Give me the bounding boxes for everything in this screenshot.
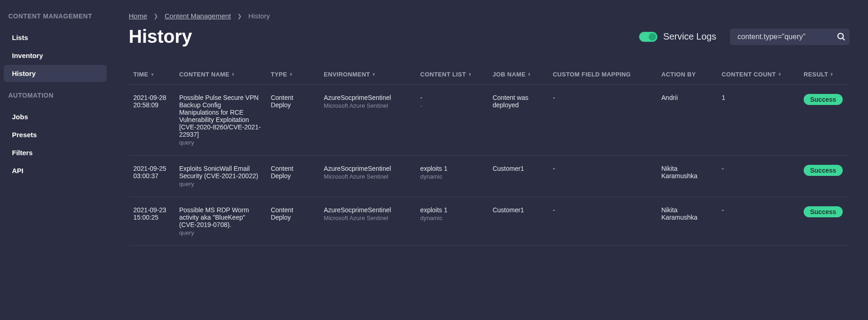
sort-icon — [779, 73, 781, 76]
col-action-by: ACTION BY — [657, 65, 717, 85]
sort-icon — [831, 73, 833, 76]
page-title: History — [129, 26, 192, 47]
sort-icon — [469, 73, 471, 76]
history-table: TIME CONTENT NAME TYPE ENVIRONMENT CONTE… — [129, 65, 850, 246]
cell-time: 2021-09-23 15:00:25 — [129, 197, 175, 246]
sidebar-section-automation: AUTOMATION — [0, 91, 110, 100]
breadcrumb-content-management[interactable]: Content Management — [165, 12, 231, 20]
status-badge: Success — [804, 206, 843, 217]
breadcrumb-current: History — [248, 12, 270, 20]
cell-job-name: Customer1 — [488, 197, 548, 246]
col-custom-field-mapping: CUSTOM FIELD MAPPING — [548, 65, 657, 85]
sort-icon — [528, 73, 530, 76]
cell-count: 1 — [717, 85, 799, 156]
sidebar-section-content-mgmt: CONTENT MANAGEMENT — [0, 12, 110, 21]
svg-line-1 — [843, 38, 845, 40]
sidebar-item-history[interactable]: History — [4, 65, 107, 82]
col-content-count[interactable]: CONTENT COUNT — [717, 65, 799, 85]
sidebar-item-api[interactable]: API — [4, 162, 107, 179]
sidebar-item-presets[interactable]: Presets — [4, 126, 107, 143]
cell-action-by: Nikita Karamushka — [657, 197, 717, 246]
cell-environment: AzureSocprimeSentinel Microsoft Azure Se… — [319, 156, 416, 197]
col-job-name[interactable]: JOB NAME — [488, 65, 548, 85]
cell-time: 2021-09-28 20:58:09 — [129, 85, 175, 156]
cell-content-name: Possible Pulse Secure VPN Backup Config … — [175, 85, 266, 156]
cell-custom: - — [548, 156, 657, 197]
cell-type: Content Deploy — [266, 156, 319, 197]
sort-icon — [290, 73, 292, 76]
table-row[interactable]: 2021-09-25 03:00:37 Exploits SonicWall E… — [129, 156, 850, 197]
cell-type: Content Deploy — [266, 85, 319, 156]
cell-job-name: Customer1 — [488, 156, 548, 197]
cell-environment: AzureSocprimeSentinel Microsoft Azure Se… — [319, 85, 416, 156]
table-row[interactable]: 2021-09-28 20:58:09 Possible Pulse Secur… — [129, 85, 850, 156]
sidebar-item-lists[interactable]: Lists — [4, 29, 107, 46]
breadcrumb-home[interactable]: Home — [129, 12, 147, 20]
status-badge: Success — [804, 94, 843, 105]
cell-action-by: Andrii — [657, 85, 717, 156]
service-logs-label: Service Logs — [663, 31, 716, 42]
main-content: Home ❯ Content Management ❯ History Hist… — [110, 0, 868, 320]
cell-job-name: Content was deployed — [488, 85, 548, 156]
sort-icon — [373, 73, 375, 76]
sidebar-item-jobs[interactable]: Jobs — [4, 108, 107, 125]
cell-custom: - — [548, 85, 657, 156]
search-input[interactable] — [737, 32, 830, 41]
cell-environment: AzureSocprimeSentinel Microsoft Azure Se… — [319, 197, 416, 246]
status-badge: Success — [804, 165, 843, 176]
cell-result: Success — [799, 156, 850, 197]
cell-content-name: Possible MS RDP Worm activity aka "BlueK… — [175, 197, 266, 246]
sidebar-item-filters[interactable]: Filters — [4, 144, 107, 161]
cell-type: Content Deploy — [266, 197, 319, 246]
search-icon[interactable] — [837, 32, 846, 41]
chevron-right-icon: ❯ — [154, 13, 158, 19]
col-content-name[interactable]: CONTENT NAME — [175, 65, 266, 85]
cell-content-name: Exploits SonicWall Email Security (CVE-2… — [175, 156, 266, 197]
chevron-right-icon: ❯ — [237, 13, 242, 19]
service-logs-toggle-group: Service Logs — [639, 31, 716, 42]
cell-count: - — [717, 156, 799, 197]
cell-count: - — [717, 197, 799, 246]
service-logs-toggle[interactable] — [639, 32, 657, 42]
sidebar-item-inventory[interactable]: Inventory — [4, 47, 107, 64]
col-content-list[interactable]: CONTENT LIST — [416, 65, 488, 85]
table-row[interactable]: 2021-09-23 15:00:25 Possible MS RDP Worm… — [129, 197, 850, 246]
breadcrumb: Home ❯ Content Management ❯ History — [129, 12, 850, 20]
cell-action-by: Nikita Karamushka — [657, 156, 717, 197]
table-header-row: TIME CONTENT NAME TYPE ENVIRONMENT CONTE… — [129, 65, 850, 85]
search-box[interactable] — [730, 29, 850, 45]
cell-custom: - — [548, 197, 657, 246]
cell-content-list: exploits 1 dynamic — [416, 156, 488, 197]
sidebar: CONTENT MANAGEMENT Lists Inventory Histo… — [0, 0, 110, 320]
sort-desc-icon — [151, 72, 154, 77]
cell-content-list: - - — [416, 85, 488, 156]
cell-result: Success — [799, 197, 850, 246]
col-time[interactable]: TIME — [129, 65, 175, 85]
col-result[interactable]: RESULT — [799, 65, 850, 85]
col-type[interactable]: TYPE — [266, 65, 319, 85]
page-header: History Service Logs — [129, 26, 850, 47]
col-environment[interactable]: ENVIRONMENT — [319, 65, 416, 85]
sort-icon — [232, 73, 234, 76]
cell-time: 2021-09-25 03:00:37 — [129, 156, 175, 197]
cell-content-list: exploits 1 dynamic — [416, 197, 488, 246]
cell-result: Success — [799, 85, 850, 156]
